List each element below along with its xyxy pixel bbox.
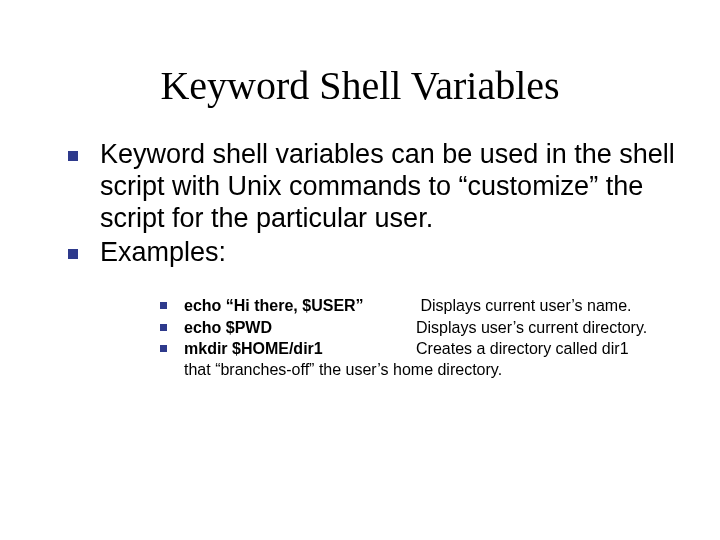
example-description: Displays current user’s name. [416,297,632,314]
list-item: echo $PWDDisplays user’s current directo… [160,318,680,338]
square-bullet-icon [160,302,167,309]
example-description: Displays user’s current directory. [416,319,647,336]
list-item: mkdir $HOME/dir1Creates a directory call… [160,339,680,380]
examples-list: echo “Hi there, $USER” Displays current … [100,296,680,380]
square-bullet-icon [160,324,167,331]
example-description-cont: that “branches-off” the user’s home dire… [184,361,502,378]
bullet-text: Examples: [100,237,226,267]
main-list: Keyword shell variables can be used in t… [68,139,680,380]
square-bullet-icon [160,345,167,352]
slide-title: Keyword Shell Variables [0,62,720,109]
example-command: echo “Hi there, $USER” [184,296,416,316]
example-command: echo $PWD [184,318,416,338]
example-command: mkdir $HOME/dir1 [184,339,416,359]
bullet-text: Keyword shell variables can be used in t… [100,139,675,233]
list-item: Keyword shell variables can be used in t… [68,139,680,235]
example-description: Creates a directory called dir1 [416,340,629,357]
list-item: Examples: echo “Hi there, $USER” Display… [68,237,680,381]
slide: Keyword Shell Variables Keyword shell va… [0,0,720,540]
list-item: echo “Hi there, $USER” Displays current … [160,296,680,316]
square-bullet-icon [68,151,78,161]
slide-body: Keyword shell variables can be used in t… [0,139,720,380]
square-bullet-icon [68,249,78,259]
